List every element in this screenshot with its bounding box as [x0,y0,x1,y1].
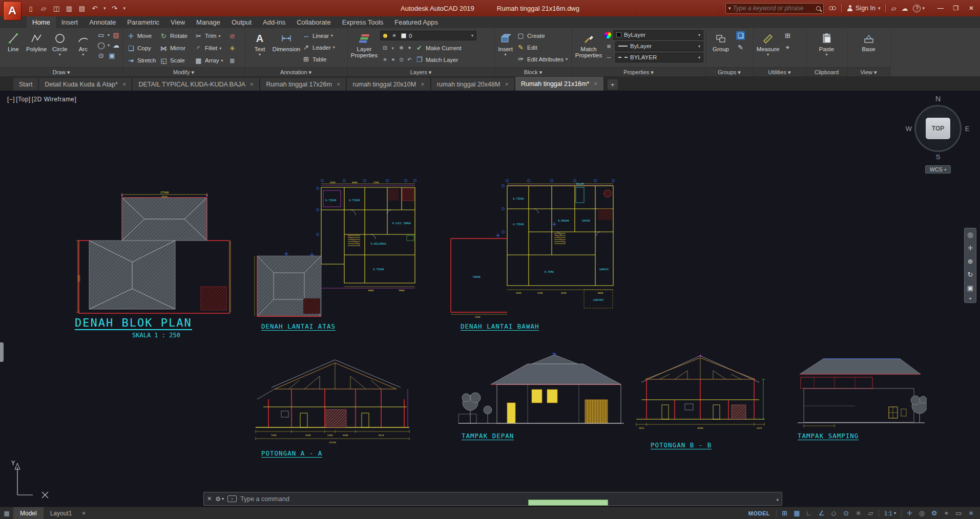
command-line[interactable]: ✕ ⚙▾ › ▴ [203,492,782,506]
layer-off-icon[interactable]: ⊟ [382,44,388,52]
blok-plan-geometry[interactable]: 17500 9564 9000 [75,190,234,315]
layer-properties-button[interactable]: Layer Properties [349,30,379,58]
customize-menu-icon[interactable]: ≡ [965,508,977,518]
linear-button[interactable]: ↔Linear▾ [300,30,337,41]
tab-express-tools[interactable]: Express Tools [337,16,389,28]
id-point-button[interactable]: ⌖ [782,41,794,53]
ortho-toggle-icon[interactable]: ∟ [803,508,815,518]
file-tab-detail-typical[interactable]: DETAIL TYPICAL KUDA-KUDA BAJA✕ [133,78,260,91]
annotation-scale-button[interactable]: 1:1▾ [881,510,899,516]
edit-block-button[interactable]: ✎Edit [515,41,569,53]
drawing-potongan-b[interactable]: 1625 8500 1625 POTONGAN B - B [631,353,773,449]
nav-wheel-icon[interactable]: ◎ [967,230,973,240]
viewport-menu-button[interactable]: [−] [7,96,15,103]
close-tab-icon[interactable]: ✕ [337,82,341,87]
view-selector-button[interactable]: [Top] [16,96,31,103]
layer-isolate-icon[interactable]: ◐ [390,44,397,52]
transparency-toggle-icon[interactable]: ▱ [865,508,877,518]
make-current-button[interactable]: ⊟ ◐ ❄ ✦ ✔ Make Current [380,42,492,54]
drawing-title[interactable]: DENAH LANTAI ATAS [261,322,336,331]
save-icon[interactable]: ◫ [52,5,60,12]
arc-button[interactable]: Arc ▾ [72,30,95,57]
tampak-samping-geometry[interactable] [794,353,927,429]
copy-button[interactable]: ❏Copy [125,42,158,54]
file-tab-detail-kuda[interactable]: Detail Kuda Kuda & Atap*✕ [39,78,132,91]
workspace-gear-icon[interactable]: ⚙ [928,508,940,518]
leader-button[interactable]: ↗Leader▾ [300,41,337,53]
trim-button[interactable]: ✂Trim▾ [193,30,226,42]
group-button[interactable]: Group [708,30,734,52]
polyline-button[interactable]: Polyline [26,30,48,52]
object-color-select[interactable]: ByLayer ▾ [613,30,703,40]
sign-in-button[interactable]: Sign In ▾ [847,5,880,12]
panel-label-modify[interactable]: Modify ▾ [123,67,244,76]
drawing-title[interactable]: POTONGAN B - B [651,441,712,449]
linetype-icon[interactable]: ┄ [604,53,613,62]
viewcube-north[interactable]: N [905,95,971,104]
dimension-button[interactable]: Dimension [274,30,299,52]
pan-icon[interactable]: ✛ [968,243,973,253]
snap-toggle-icon[interactable]: ▦ [791,508,803,518]
binoculars-icon[interactable] [829,6,836,10]
stretch-button[interactable]: ⇥Stretch [125,55,158,67]
rectangle-caret-icon[interactable]: ▾ [108,33,110,37]
osnap-toggle-icon[interactable]: ⊙ [840,508,852,518]
drawing-tampak-samping[interactable]: TAMPAK SAMPING [794,353,930,440]
file-tab-start[interactable]: Start [13,78,38,91]
layer-lock-icon[interactable]: ✦ [406,44,413,52]
viewcube[interactable]: N W TOP E S WCS▾ [905,95,971,171]
tab-output[interactable]: Output [226,16,257,28]
drawing-title[interactable]: DENAH LANTAI BAWAH [461,322,539,331]
annotation-visibility-icon[interactable]: ✛ [904,508,915,518]
drawing-title[interactable]: DENAH BLOK PLAN [75,316,192,330]
fillet-button[interactable]: ◜Fillet▾ [193,42,226,54]
tab-view[interactable]: View [165,16,191,28]
command-customize-button[interactable]: ⚙▾ [215,495,224,503]
rectangle-tool-icon[interactable]: ▭ [97,31,106,39]
new-tab-button[interactable]: + [608,79,618,90]
layer-unlock-icon[interactable]: ⊙ [398,56,405,63]
close-tab-icon[interactable]: ✕ [421,82,425,87]
undo-caret-icon[interactable]: ▾ [103,6,106,11]
drawing-title[interactable]: TAMPAK DEPAN [462,432,514,440]
autoscale-icon[interactable]: ◎ [916,508,928,518]
lantai-atas-geometry[interactable]: 3500 3000 1500 6000 9000 [253,178,417,320]
match-layer-button[interactable]: ☀ ✶ ⊙ ↶ ❐ Match Layer [380,54,492,66]
close-tab-icon[interactable]: ✕ [594,81,598,86]
linetype-select[interactable]: BYLAYER ▾ [615,53,703,62]
close-tab-icon[interactable]: ✕ [505,82,509,87]
palette-grip-tab[interactable] [0,342,4,362]
tab-insert[interactable]: Insert [56,16,84,28]
undo-icon[interactable]: ↶ [91,5,99,12]
potongan-b-geometry[interactable]: 1625 8500 1625 [631,353,769,439]
drawing-title[interactable]: POTONGAN A - A [261,449,322,458]
layer-prev-icon[interactable]: ↶ [406,56,413,63]
search-icon[interactable] [816,6,821,11]
add-layout-button[interactable]: + [78,510,89,517]
tab-annotate[interactable]: Annotate [84,16,121,28]
base-button[interactable]: Base [856,30,882,52]
isodraft-toggle-icon[interactable]: ◇ [828,508,840,518]
zoom-icon[interactable]: ⊕ [968,256,973,267]
quick-calc-button[interactable]: ⊞ [782,30,794,41]
model-tab[interactable]: Model [13,507,44,519]
offset-button[interactable]: ≣ [226,55,238,67]
lineweight-icon[interactable]: ≡ [604,42,613,51]
panel-label-clipboard[interactable]: Clipboard [806,67,847,76]
rotate-button[interactable]: ↻Rotate [158,30,193,42]
tab-featured-apps[interactable]: Featured Apps [389,16,444,28]
tab-manage[interactable]: Manage [191,16,226,28]
close-button[interactable]: ✕ [964,2,979,15]
viewcube-top-face[interactable]: TOP [926,118,950,139]
file-tab-20x48[interactable]: rumah tinggal 20x48M✕ [431,78,515,91]
command-close-icon[interactable]: ✕ [207,495,212,502]
panel-label-draw[interactable]: Draw ▾ [0,67,122,76]
model-space-viewport[interactable]: [−] [Top] [2D Wireframe] N W TOP E S WCS… [0,91,980,507]
polar-toggle-icon[interactable]: ∠ [816,508,827,518]
restore-button[interactable]: ❐ [948,2,964,15]
lantai-bawah-geometry[interactable]: 7500 3500 1500 3500 4000 [447,178,616,320]
wcs-button[interactable]: WCS▾ [925,165,951,174]
measure-button[interactable]: Measure ▾ [755,30,781,57]
search-scope-caret-icon[interactable]: ▾ [728,6,731,11]
annotation-monitor-icon[interactable]: ⌖ [941,508,952,518]
